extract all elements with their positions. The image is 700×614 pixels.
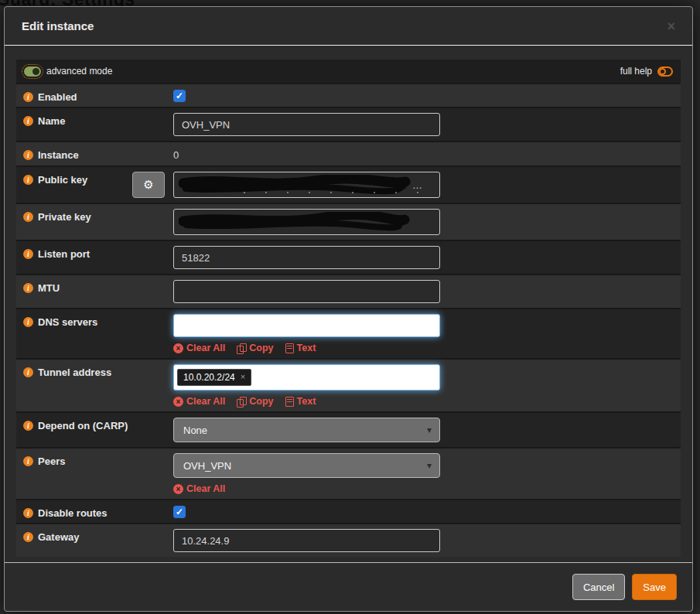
copy-label: Copy — [249, 396, 273, 407]
name-input[interactable] — [173, 113, 440, 136]
chevron-down-icon: ▾ — [427, 425, 432, 435]
clear-all-button[interactable]: × Clear All — [173, 483, 225, 494]
disable-routes-checkbox[interactable]: ✓ — [173, 506, 186, 518]
text-button[interactable]: Text — [285, 396, 316, 407]
info-icon[interactable]: i — [23, 150, 33, 160]
field-label: Enabled — [38, 91, 77, 103]
row-name: i Name — [16, 107, 681, 141]
copy-icon — [237, 397, 246, 407]
dialog-header: Edit instance × — [5, 7, 692, 46]
advanced-mode-control[interactable]: advanced mode — [24, 66, 112, 77]
dialog-title: Edit instance — [22, 19, 94, 32]
close-icon[interactable]: × — [667, 19, 675, 33]
copy-button[interactable]: Copy — [237, 343, 273, 353]
generate-keys-button[interactable]: ⚙ — [132, 172, 165, 198]
redaction-scribble — [179, 212, 411, 232]
row-instance: i Instance 0 — [16, 141, 681, 165]
field-label: DNS servers — [38, 316, 97, 328]
advanced-mode-label: advanced mode — [46, 66, 112, 77]
field-label: Gateway — [38, 531, 79, 543]
row-depend-carp: i Depend on (CARP) None ▾ — [16, 411, 681, 447]
token-value: 10.0.20.2/24 — [183, 372, 235, 383]
dialog-body: advanced mode full help i Enabled ✓ — [5, 46, 692, 562]
row-peers: i Peers OVH_VPN ▾ × Clear All — [16, 447, 681, 499]
dns-actions: × Clear All Copy Text — [173, 343, 681, 353]
enabled-checkbox[interactable]: ✓ — [173, 90, 186, 102]
field-label: MTU — [38, 282, 60, 294]
text-icon — [285, 397, 294, 407]
edit-instance-dialog: Edit instance × advanced mode full help … — [4, 6, 693, 612]
text-button[interactable]: Text — [285, 343, 316, 353]
dialog-footer: Cancel Save — [5, 562, 692, 611]
info-icon[interactable]: i — [23, 367, 33, 377]
row-enabled: i Enabled ✓ — [16, 83, 681, 107]
row-gateway: i Gateway — [16, 523, 681, 557]
depend-carp-select[interactable]: None ▾ — [173, 418, 440, 442]
field-label: Tunnel address — [38, 367, 111, 378]
gear-icon: ⚙ — [143, 178, 153, 192]
info-icon[interactable]: i — [23, 283, 33, 293]
selected-value: None — [183, 425, 207, 436]
row-mtu: i MTU — [16, 274, 681, 308]
instance-value: 0 — [173, 148, 681, 161]
clear-all-icon: × — [173, 397, 183, 407]
field-label: Instance — [38, 149, 79, 161]
public-key-input[interactable]: … — [173, 172, 440, 198]
field-label: Listen port — [38, 248, 90, 260]
clear-all-icon: × — [173, 484, 183, 494]
field-label: Disable routes — [38, 507, 108, 519]
info-icon[interactable]: i — [23, 532, 33, 542]
info-icon[interactable]: i — [23, 421, 33, 431]
row-disable-routes: i Disable routes ✓ — [16, 499, 681, 523]
clear-all-label: Clear All — [186, 483, 225, 494]
full-help-toggle-icon[interactable] — [657, 67, 673, 77]
info-icon[interactable]: i — [23, 508, 33, 518]
clear-all-label: Clear All — [186, 396, 225, 407]
listen-port-input[interactable] — [173, 246, 440, 269]
save-button[interactable]: Save — [632, 574, 677, 600]
copy-label: Copy — [249, 343, 273, 353]
info-icon[interactable]: i — [23, 92, 33, 102]
tunnel-actions: × Clear All Copy Text — [173, 396, 681, 407]
gateway-input[interactable] — [173, 529, 440, 552]
row-private-key: i Private key — [16, 203, 681, 240]
copy-icon — [237, 343, 246, 353]
token-remove-icon[interactable]: × — [241, 372, 245, 382]
ellipsis-text: … — [412, 179, 423, 191]
dns-servers-input[interactable] — [173, 314, 440, 337]
info-icon[interactable]: i — [23, 317, 33, 327]
field-label: Public key — [38, 174, 87, 186]
chevron-down-icon: ▾ — [427, 460, 432, 471]
peers-select[interactable]: OVH_VPN ▾ — [173, 453, 440, 478]
full-help-label: full help — [620, 66, 652, 77]
full-help-control[interactable]: full help — [620, 66, 673, 77]
clear-all-button[interactable]: × Clear All — [173, 396, 225, 407]
clear-all-icon: × — [173, 343, 183, 353]
mtu-input[interactable] — [173, 280, 440, 303]
info-icon[interactable]: i — [23, 175, 33, 185]
private-key-input[interactable] — [173, 209, 440, 235]
cancel-button[interactable]: Cancel — [572, 574, 625, 600]
field-label: Depend on (CARP) — [38, 420, 128, 432]
field-label: Name — [38, 115, 65, 127]
key-text-remnant — [244, 192, 422, 193]
field-label: Peers — [38, 455, 65, 467]
row-dns-servers: i DNS servers × Clear All Copy — [16, 308, 681, 358]
tunnel-address-token: 10.0.20.2/24 × — [177, 369, 251, 386]
advanced-mode-toggle-icon[interactable] — [24, 67, 41, 77]
peers-actions: × Clear All — [173, 483, 681, 494]
text-icon — [285, 343, 294, 353]
info-icon[interactable]: i — [23, 212, 33, 222]
clear-all-button[interactable]: × Clear All — [173, 343, 225, 353]
selected-value: OVH_VPN — [183, 460, 231, 472]
options-bar: advanced mode full help — [16, 60, 681, 83]
text-label: Text — [297, 343, 316, 353]
copy-button[interactable]: Copy — [237, 396, 273, 407]
info-icon[interactable]: i — [23, 249, 33, 259]
info-icon[interactable]: i — [23, 116, 33, 126]
info-icon[interactable]: i — [23, 456, 33, 466]
clear-all-label: Clear All — [186, 343, 225, 353]
tunnel-address-input[interactable]: 10.0.20.2/24 × — [173, 364, 440, 391]
instance-form: i Enabled ✓ i Name i — [16, 83, 681, 557]
text-label: Text — [297, 396, 316, 407]
